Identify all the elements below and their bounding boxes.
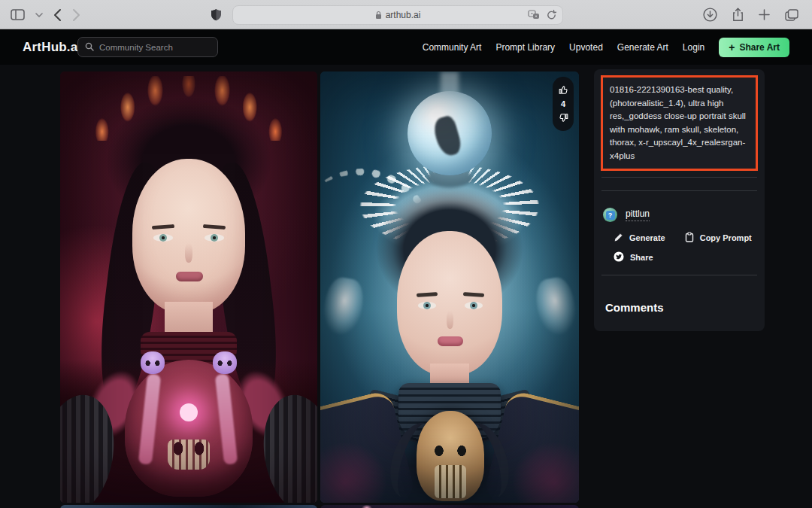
artwork-image-red-goddess[interactable] <box>60 71 317 503</box>
copy-prompt-label: Copy Prompt <box>700 233 752 242</box>
art1-vignette <box>60 71 317 503</box>
reload-icon[interactable] <box>547 10 556 20</box>
artwork-image-blue-goddess[interactable] <box>320 71 579 503</box>
share-icon[interactable] <box>732 8 744 22</box>
lock-icon <box>375 11 382 20</box>
tab-overview-icon[interactable] <box>785 9 798 21</box>
nav-link-community-art[interactable]: Community Art <box>423 42 482 53</box>
community-search-box[interactable] <box>77 37 218 57</box>
chevron-down-icon[interactable] <box>35 13 43 17</box>
plus-icon: + <box>729 42 735 53</box>
divider <box>601 190 757 191</box>
sidebar-icon[interactable] <box>11 9 25 20</box>
privacy-shield-icon[interactable] <box>211 8 222 22</box>
nav-link-upvoted[interactable]: Upvoted <box>569 42 603 53</box>
nav-link-prompt-library[interactable]: Prompt Library <box>495 42 555 53</box>
post-info-panel: 01816-2221390163-best quality, (photorea… <box>594 69 765 331</box>
next-row-artwork-right[interactable] <box>320 505 579 508</box>
share-post-label: Share <box>630 253 653 262</box>
page-content: 4 01816-2221390163-best quality, (photor… <box>0 65 812 508</box>
clipboard-icon <box>685 232 694 244</box>
back-icon[interactable] <box>53 8 62 22</box>
site-navbar: ArtHub.ai Community Art Prompt Library U… <box>0 29 812 65</box>
share-art-button[interactable]: + Share Art <box>719 38 789 57</box>
new-tab-icon[interactable] <box>759 9 770 20</box>
twitter-icon <box>614 251 624 263</box>
thumbs-up-icon[interactable] <box>558 84 569 96</box>
translate-icon[interactable] <box>528 10 540 20</box>
share-post-button[interactable]: Share <box>614 251 653 263</box>
vote-widget: 4 <box>553 77 574 131</box>
author-row: ? pittlun <box>603 208 650 222</box>
copy-prompt-button[interactable]: Copy Prompt <box>685 232 752 244</box>
prompt-text: 01816-2221390163-best quality, (photorea… <box>610 84 749 163</box>
next-row-artwork-left[interactable] <box>60 505 317 508</box>
download-icon[interactable] <box>703 8 717 22</box>
search-input[interactable] <box>99 43 215 52</box>
vote-count: 4 <box>561 99 565 108</box>
url-text: arthub.ai <box>386 10 421 20</box>
divider <box>601 177 757 178</box>
share-art-label: Share Art <box>739 42 780 53</box>
browser-toolbar: arthub.ai <box>0 0 812 29</box>
generate-button[interactable]: Generate <box>614 233 665 244</box>
forward-icon <box>72 8 80 22</box>
site-logo[interactable]: ArtHub.ai <box>23 40 81 55</box>
divider <box>601 275 757 275</box>
generate-label: Generate <box>629 233 665 242</box>
prompt-box[interactable]: 01816-2221390163-best quality, (photorea… <box>601 75 758 171</box>
art2-vignette <box>320 71 579 503</box>
comments-heading: Comments <box>605 301 664 314</box>
pencil-icon <box>614 233 623 244</box>
broken-image-icon: ? <box>606 211 615 220</box>
address-bar[interactable]: arthub.ai <box>232 5 563 25</box>
search-icon <box>85 41 94 54</box>
avatar[interactable]: ? <box>603 208 617 222</box>
nav-link-login[interactable]: Login <box>683 42 704 53</box>
author-name[interactable]: pittlun <box>626 208 650 221</box>
thumbs-down-icon[interactable] <box>558 112 569 123</box>
nav-link-generate-art[interactable]: Generate Art <box>617 42 668 53</box>
